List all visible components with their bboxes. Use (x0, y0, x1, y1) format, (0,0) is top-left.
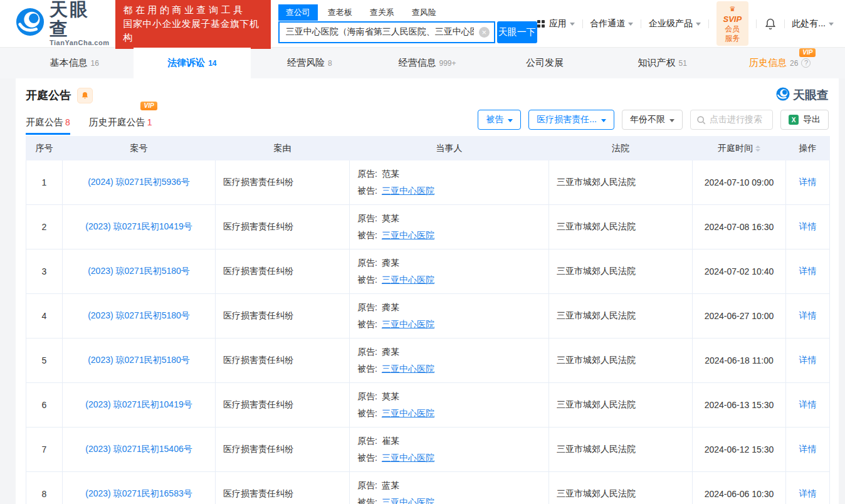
plaintiff-name: 莫某 (382, 391, 399, 401)
case-number-cell: (2023) 琼0271民初15406号 (63, 428, 216, 472)
detail-link[interactable]: 详情 (799, 399, 817, 409)
table-row: 6(2023) 琼0271民初10419号医疗损害责任纠纷原告:莫某被告:三亚中… (26, 383, 830, 428)
table-row: 2(2023) 琼0271民初10419号医疗损害责任纠纷原告:莫某被告:三亚中… (26, 205, 830, 249)
plaintiff-label: 原告: (357, 436, 377, 446)
plaintiff-name: 蓝某 (382, 480, 399, 490)
nav-tab-经营风险[interactable]: 经营风险8 (251, 48, 369, 78)
slogan-line2: 国家中小企业发展子基金旗下机构 (123, 17, 263, 45)
search-tab-查老板[interactable]: 查老板 (328, 4, 352, 21)
tianyancha-logo[interactable]: 天眼查 TianYanCha.com (16, 0, 109, 46)
hearing-time-cell: 2024-06-13 15:30 (693, 383, 786, 428)
action-cell: 详情 (786, 160, 830, 205)
subtab-开庭公告[interactable]: 开庭公告8 (26, 110, 70, 135)
svip-member-badge[interactable]: ♛ SVIP 会员服务 (716, 1, 748, 46)
page: 天眼查 TianYanCha.com 都在用的商业查询工具 国家中小企业发展子基… (0, 0, 845, 504)
search-input-wrap: × (278, 21, 495, 43)
nav-tab-公司发展[interactable]: 公司发展 (486, 48, 604, 78)
action-cell: 详情 (786, 383, 830, 428)
excel-icon: X (789, 115, 799, 125)
row-number-cell: 7 (26, 428, 63, 472)
nav-tab-历史信息[interactable]: 历史信息26VIP? (721, 48, 839, 78)
plaintiff-line: 原告:莫某 (357, 388, 541, 405)
menu-cooperation[interactable]: 合作通道 (590, 18, 633, 29)
detail-link[interactable]: 详情 (799, 266, 817, 276)
menu-enterprise-products[interactable]: 企业级产品 (649, 18, 701, 29)
page-title: 开庭公告 (26, 88, 71, 103)
filter-cause-dropdown[interactable]: 医疗损害责任... (528, 110, 614, 130)
action-cell: 详情 (786, 428, 830, 472)
case-number-link[interactable]: (2023) 琼0271民初10419号 (85, 399, 192, 409)
subtab-历史开庭公告[interactable]: 历史开庭公告1VIP (89, 110, 152, 135)
menu-apps[interactable]: 应用 (537, 18, 575, 29)
detail-link[interactable]: 详情 (799, 355, 817, 365)
plaintiff-label: 原告: (357, 213, 377, 223)
parties-cell: 原告:莫某被告:三亚中心医院 (350, 383, 549, 428)
defendant-label: 被告: (357, 453, 377, 463)
defendant-line: 被告:三亚中心医院 (357, 494, 541, 504)
defendant-link[interactable]: 三亚中心医院 (382, 364, 434, 374)
defendant-link[interactable]: 三亚中心医院 (382, 319, 434, 329)
detail-link[interactable]: 详情 (799, 177, 817, 187)
slogan-banner: 都在用的商业查询工具 国家中小企业发展子基金旗下机构 (115, 0, 270, 49)
defendant-link[interactable]: 三亚中心医院 (382, 408, 434, 418)
search-area: 查公司查老板查关系查风险 × 天眼一下 (278, 4, 537, 43)
defendant-link[interactable]: 三亚中心医院 (382, 230, 434, 240)
nav-tab-基本信息[interactable]: 基本信息16 (16, 48, 134, 78)
defendant-link[interactable]: 三亚中心医院 (382, 186, 434, 196)
defendant-link[interactable]: 三亚中心医院 (382, 497, 434, 504)
case-number-cell: (2023) 琼0271民初5180号 (63, 294, 216, 339)
defendant-link[interactable]: 三亚中心医院 (382, 453, 434, 463)
table-search-box[interactable]: 点击进行搜索 (690, 110, 773, 130)
hearing-time-cell: 2024-06-12 15:30 (693, 428, 786, 472)
defendant-link[interactable]: 三亚中心医院 (382, 275, 434, 285)
clear-search-icon[interactable]: × (479, 27, 490, 38)
search-tab-查公司[interactable]: 查公司 (278, 4, 318, 21)
case-number-link[interactable]: (2023) 琼0271民初15406号 (85, 444, 192, 454)
case-number-link[interactable]: (2023) 琼0271民初5180号 (88, 266, 190, 276)
case-number-link[interactable]: (2024) 琼0271民初5936号 (88, 177, 190, 187)
export-button[interactable]: X 导出 (780, 110, 829, 130)
filter-role-dropdown[interactable]: 被告 (478, 110, 521, 130)
case-number-link[interactable]: (2023) 琼0271民初5180号 (88, 310, 190, 320)
nav-tab-label: 经营信息 (399, 57, 436, 69)
detail-link[interactable]: 详情 (799, 488, 817, 498)
plaintiff-line: 原告:莫某 (357, 210, 541, 227)
nav-tab-经营信息[interactable]: 经营信息999+ (369, 48, 486, 78)
notification-bell-icon[interactable] (764, 18, 777, 30)
defendant-line: 被告:三亚中心医院 (357, 449, 541, 466)
tianyancha-watermark: 天眼查 (776, 87, 829, 103)
case-number-cell: (2024) 琼0271民初5936号 (63, 160, 216, 205)
search-tab-查风险[interactable]: 查风险 (412, 4, 436, 21)
case-number-link[interactable]: (2023) 琼0271民初16583号 (85, 488, 192, 498)
subtab-count: 1 (147, 117, 152, 127)
search-submit-button[interactable]: 天眼一下 (497, 21, 537, 43)
detail-link[interactable]: 详情 (799, 444, 817, 454)
detail-link[interactable]: 详情 (799, 221, 817, 231)
menu-more[interactable]: 此处有... (792, 18, 834, 29)
nav-tab-label: 法律诉讼 (167, 57, 205, 69)
plaintiff-line: 原告:龚某 (357, 344, 541, 360)
announcement-subtabs: 开庭公告8历史开庭公告1VIP (26, 110, 171, 135)
parties-cell: 原告:蓝某被告:三亚中心医院 (350, 472, 549, 504)
company-search-input[interactable] (278, 21, 495, 43)
filter-year-dropdown[interactable]: 年份不限 (622, 110, 683, 130)
subscribe-bell-icon[interactable] (77, 88, 93, 103)
vip-badge: VIP (799, 48, 816, 57)
parties-cell: 原告:龚某被告:三亚中心医院 (350, 339, 549, 383)
plaintiff-name: 莫某 (382, 213, 399, 223)
nav-tab-知识产权[interactable]: 知识产权51 (604, 48, 722, 78)
court-cell: 三亚市城郊人民法院 (549, 160, 693, 205)
plaintiff-line: 原告:龚某 (357, 299, 541, 316)
crown-icon: ♛ (729, 5, 735, 13)
plaintiff-label: 原告: (357, 347, 377, 357)
case-number-cell: (2023) 琼0271民初5180号 (63, 339, 216, 383)
court-cell: 三亚市城郊人民法院 (549, 472, 693, 504)
detail-link[interactable]: 详情 (799, 310, 817, 320)
case-number-link[interactable]: (2023) 琼0271民初10419号 (85, 221, 192, 231)
row-number-cell: 2 (26, 205, 63, 249)
sort-icon[interactable] (755, 145, 760, 152)
nav-tab-法律诉讼[interactable]: 法律诉讼14 (134, 48, 251, 78)
parties-cell: 原告:龚某被告:三亚中心医院 (350, 249, 549, 294)
search-tab-查关系[interactable]: 查关系 (370, 4, 394, 21)
case-number-link[interactable]: (2023) 琼0271民初5180号 (88, 355, 190, 365)
